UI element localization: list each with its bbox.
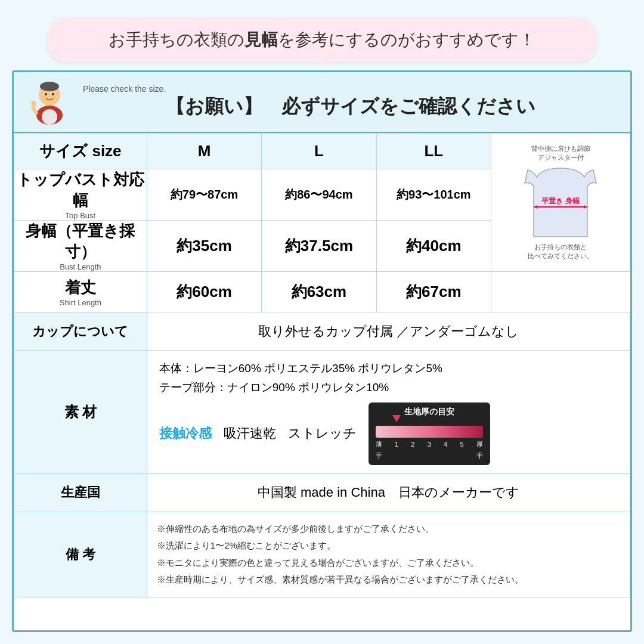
row-cup: カップについて 取り外せるカップ付属 ／アンダーゴムなし <box>14 312 630 351</box>
bust-label: トップバスト対応幅 Top Bust <box>14 169 147 221</box>
svg-point-5 <box>52 93 54 95</box>
header-main-title: 【お願い】 必ずサイズをご確認ください <box>83 94 618 120</box>
note-content: ※伸縮性のある布地の為サイズが多少前後しますがご了承ください。 ※洗濯により1〜… <box>147 512 630 597</box>
sozai-label: 素 材 <box>14 351 147 474</box>
sozai-content: 本体：レーヨン60% ポリエステル35% ポリウレタン5% テープ部分：ナイロン… <box>147 351 630 473</box>
main-table: Please check the size. 【お願い】 必ずサイズをご確認くだ… <box>12 70 632 632</box>
bust-ll: 約93〜101cm <box>376 169 491 221</box>
size-l: L <box>262 134 376 169</box>
diagram-sub: お手持ちの衣類と比べてみてください。 <box>528 243 593 261</box>
mibaba-m: 約35cm <box>147 221 261 272</box>
please-text: Please check the size. <box>83 84 166 94</box>
mibaba-l: 約37.5cm <box>262 221 376 272</box>
row-sozai: 素 材 本体：レーヨン60% ポリエステル35% ポリウレタン5% テープ部分：… <box>14 351 630 474</box>
bust-l: 約86〜94cm <box>262 169 376 221</box>
diagram-cell: 背中側に肩ひも調節アジャスター付 平置き 身幅 お手持ちの衣 <box>491 134 630 272</box>
row-size: サイズ size M L LL 背中側に肩ひも調節アジャスター付 <box>14 134 630 169</box>
chart-title: 生地厚の目安 <box>376 405 483 419</box>
sozai-line2: テープ部分：ナイロン90% ポリウレタン10% <box>159 378 618 397</box>
svg-point-1 <box>42 109 57 125</box>
note1: ※伸縮性のある布地の為サイズが多少前後しますがご了承ください。 <box>157 521 620 538</box>
svg-point-6 <box>31 101 36 106</box>
row-kita: 着丈 Shirt Length 約60cm 約63cm 約67cm <box>14 272 630 312</box>
sozai-features: 接触冷感 吸汗速乾 ストレッチ 生地厚の目安 <box>159 402 618 465</box>
origin-content: 中国製 made in China 日本のメーカーです <box>147 473 630 512</box>
cup-label: カップについて <box>14 312 147 351</box>
svg-text:平置き 身幅: 平置き 身幅 <box>541 197 579 205</box>
row-origin: 生産国 中国製 made in China 日本のメーカーです <box>14 473 630 512</box>
sozai-line1: 本体：レーヨン60% ポリエステル35% ポリウレタン5% <box>159 359 618 378</box>
diagram-wrap: 背中側に肩ひも調節アジャスター付 平置き 身幅 お手持ちの衣 <box>491 144 630 261</box>
cup-content: 取り外せるカップ付属 ／アンダーゴムなし <box>147 312 630 351</box>
page-wrapper: お手持ちの衣類の見幅を参考にするのがおすすめです！ <box>0 0 644 644</box>
sozai-content-cell: 本体：レーヨン60% ポリエステル35% ポリウレタン5% テープ部分：ナイロン… <box>147 351 630 474</box>
origin-label: 生産国 <box>14 473 147 512</box>
sozai-feature3: ストレッチ <box>288 422 357 444</box>
mibaba-ll: 約40cm <box>376 221 491 272</box>
header-title-block: Please check the size. 【お願い】 必ずサイズをご確認くだ… <box>83 84 618 120</box>
header-row: Please check the size. 【お願い】 必ずサイズをご確認くだ… <box>14 72 630 133</box>
size-m: M <box>147 134 261 169</box>
mascot <box>26 78 73 126</box>
kita-label: 着丈 Shirt Length <box>14 272 147 312</box>
note3: ※モニタにより実際の色と違って見える場合がございますが、ご了承ください。 <box>157 555 620 572</box>
bust-m: 約79〜87cm <box>147 169 261 221</box>
size-label: サイズ size <box>14 134 147 169</box>
mibaba-label: 身幅（平置き採寸） Bust Length <box>14 221 147 272</box>
adj-text: 背中側に肩ひも調節アジャスター付 <box>531 144 590 163</box>
size-ll: LL <box>376 134 491 169</box>
fabric-scale: 薄手 1 2 3 4 5 厚手 <box>376 439 483 461</box>
contact-cool: 接触冷感 <box>159 422 212 444</box>
kita-m: 約60cm <box>147 272 261 312</box>
row-note: 備 考 ※伸縮性のある布地の為サイズが多少前後しますがご了承ください。 ※洗濯に… <box>14 512 630 597</box>
note2: ※洗濯により1〜2%縮むことがございます。 <box>157 537 620 555</box>
fabric-chart: 生地厚の目安 薄手 1 2 3 <box>369 402 490 465</box>
size-table: サイズ size M L LL 背中側に肩ひも調節アジャスター付 <box>14 133 630 597</box>
kita-ll: 約67cm <box>376 272 491 312</box>
svg-point-4 <box>45 93 47 95</box>
fabric-bar <box>376 426 483 438</box>
note-content-cell: ※伸縮性のある布地の為サイズが多少前後しますがご了承ください。 ※洗濯により1〜… <box>147 512 630 597</box>
note4: ※生産時期により、サイズ感、素材質感が若干異なる場合がございますがご了承ください… <box>157 571 620 589</box>
svg-point-3 <box>40 82 59 91</box>
kita-l: 約63cm <box>262 272 376 312</box>
note-label: 備 考 <box>14 512 147 597</box>
speech-bubble: お手持ちの衣類の見幅を参考にするのがおすすめです！ <box>48 18 596 62</box>
sozai-feature2: 吸汗速乾 <box>224 422 276 444</box>
speech-text: お手持ちの衣類の見幅を参考にするのがおすすめです！ <box>109 30 535 49</box>
